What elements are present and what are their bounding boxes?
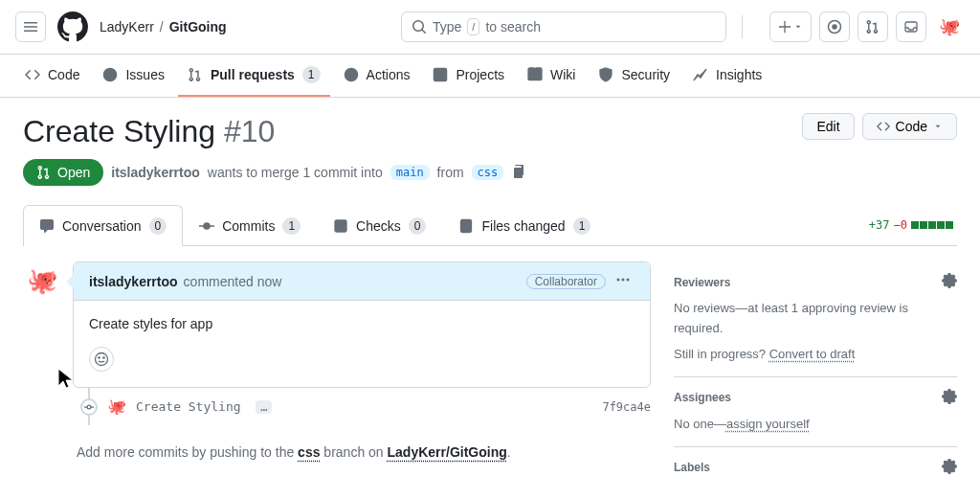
git-pull-request-icon xyxy=(36,165,52,180)
issue-icon xyxy=(102,67,118,82)
commit-sha[interactable]: 7f9ca4e xyxy=(602,400,651,414)
kebab-icon xyxy=(615,272,631,287)
pr-number: #10 xyxy=(224,114,275,148)
assign-yourself-link[interactable]: assign yourself xyxy=(726,417,810,431)
checklist-icon xyxy=(333,218,348,234)
hint-repo-link[interactable]: LadyKerr/GitGoing xyxy=(388,444,507,460)
nav-pull-requests[interactable]: Pull requests 1 xyxy=(178,55,330,97)
pulls-button[interactable] xyxy=(858,11,888,42)
search-input[interactable]: Type / to search xyxy=(401,11,726,42)
create-new-button[interactable] xyxy=(769,11,812,42)
nav-code[interactable]: Code xyxy=(15,56,89,96)
convert-to-draft-link[interactable]: Convert to draft xyxy=(769,347,856,361)
nav-security[interactable]: Security xyxy=(589,56,679,96)
nav-wiki[interactable]: Wiki xyxy=(518,56,585,96)
comment-author[interactable]: itsladykerrtoo xyxy=(89,274,178,289)
hamburger-icon xyxy=(23,19,38,34)
labels-settings-button[interactable] xyxy=(942,459,957,477)
repo-link[interactable]: GitGoing xyxy=(169,19,227,34)
hamburger-menu[interactable] xyxy=(15,11,46,42)
sidebar-labels: Labels xyxy=(674,447,957,496)
comment-author-avatar[interactable]: 🐙 xyxy=(23,261,61,300)
code-btn-label: Code xyxy=(896,119,927,134)
gear-icon xyxy=(942,459,957,474)
pr-meta: Open itsladykerrtoo wants to merge 1 com… xyxy=(23,159,957,186)
tab-commits[interactable]: Commits 1 xyxy=(183,205,317,246)
nav-security-label: Security xyxy=(621,67,670,82)
commit-message[interactable]: Create Styling … xyxy=(136,399,592,414)
smiley-icon xyxy=(94,352,109,367)
tab-conversation-label: Conversation xyxy=(62,218,142,234)
pr-author[interactable]: itsladykerrtoo xyxy=(111,165,200,180)
svg-point-12 xyxy=(96,353,108,366)
shield-icon xyxy=(598,67,613,82)
nav-wiki-label: Wiki xyxy=(550,67,575,82)
sidebar-assignees: Assignees No one—assign yourself xyxy=(674,377,957,447)
plus-icon xyxy=(778,20,791,34)
owner-link[interactable]: LadyKerr xyxy=(100,19,154,34)
git-pull-request-icon xyxy=(188,67,203,82)
gear-icon xyxy=(942,389,957,404)
top-header: LadyKerr / GitGoing Type / to search 🐙 xyxy=(0,0,980,55)
status-label: Open xyxy=(57,165,90,180)
reviewers-empty-text: No reviews—at least 1 approving review i… xyxy=(674,299,957,339)
play-icon xyxy=(344,67,359,82)
caret-down-icon xyxy=(793,22,803,32)
search-kbd: / xyxy=(467,18,479,35)
tab-conversation[interactable]: Conversation 0 xyxy=(23,205,183,246)
commit-ellipsis-button[interactable]: … xyxy=(256,400,272,414)
code-dropdown-button[interactable]: Code xyxy=(862,113,957,140)
status-badge-open: Open xyxy=(23,159,103,186)
search-placeholder-post: to search xyxy=(485,19,541,34)
diff-stats: +37 −0 xyxy=(869,218,957,232)
tab-files[interactable]: Files changed 1 xyxy=(442,205,607,246)
file-diff-icon xyxy=(458,218,474,234)
reviewers-label: Reviewers xyxy=(674,276,730,289)
labels-label: Labels xyxy=(674,461,710,474)
table-icon xyxy=(433,67,448,82)
nav-insights[interactable]: Insights xyxy=(683,56,771,96)
svg-point-13 xyxy=(99,357,100,358)
nav-issues-label: Issues xyxy=(125,67,164,82)
timeline-commit: 🐙 Create Styling … 7f9ca4e xyxy=(80,388,651,425)
nav-issues[interactable]: Issues xyxy=(93,56,173,96)
add-reaction-button[interactable] xyxy=(89,347,114,372)
head-branch[interactable]: css xyxy=(472,165,504,180)
base-branch[interactable]: main xyxy=(390,165,430,180)
svg-point-1 xyxy=(833,25,836,29)
reviewers-settings-button[interactable] xyxy=(942,273,957,291)
git-commit-icon xyxy=(199,218,214,234)
tab-checks[interactable]: Checks 0 xyxy=(317,205,442,246)
svg-point-9 xyxy=(617,279,620,282)
inbox-icon xyxy=(903,19,919,34)
svg-point-15 xyxy=(87,405,91,409)
copy-branch-button[interactable] xyxy=(511,164,526,182)
gear-icon xyxy=(942,273,957,288)
svg-point-14 xyxy=(103,357,104,358)
comment-menu-button[interactable] xyxy=(612,272,635,290)
nav-projects[interactable]: Projects xyxy=(423,56,514,96)
nav-actions[interactable]: Actions xyxy=(334,56,420,96)
issues-button[interactable] xyxy=(819,11,850,42)
inbox-button[interactable] xyxy=(896,11,926,42)
edit-button[interactable]: Edit xyxy=(802,113,854,140)
comment-header: itsladykerrtoo commented now Collaborato… xyxy=(74,262,650,301)
copy-icon xyxy=(511,164,526,179)
top-actions: 🐙 xyxy=(769,11,965,42)
pr-from-text: from xyxy=(437,165,464,180)
github-logo[interactable] xyxy=(57,11,88,42)
commit-author-avatar[interactable]: 🐙 xyxy=(107,397,126,416)
svg-point-3 xyxy=(108,73,112,77)
nav-pulls-label: Pull requests xyxy=(211,67,295,82)
hint-branch-link[interactable]: css xyxy=(298,444,320,460)
svg-point-11 xyxy=(627,279,630,282)
assignees-settings-button[interactable] xyxy=(942,389,957,407)
breadcrumb-sep: / xyxy=(160,19,164,34)
search-icon xyxy=(412,19,427,34)
breadcrumb: LadyKerr / GitGoing xyxy=(100,19,227,34)
timeline-comment: 🐙 itsladykerrtoo commented now Collabora… xyxy=(23,261,651,388)
diff-blocks xyxy=(911,221,953,229)
user-avatar[interactable]: 🐙 xyxy=(934,11,965,42)
nav-insights-label: Insights xyxy=(716,67,762,82)
comment-body: Create styles for app xyxy=(74,301,650,347)
